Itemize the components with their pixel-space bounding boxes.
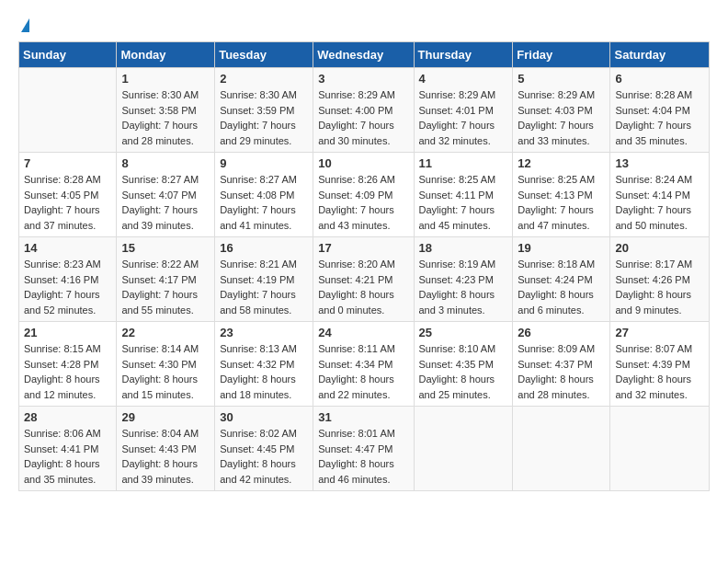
cell-content: Sunrise: 8:23 AMSunset: 4:16 PMDaylight:… bbox=[24, 257, 111, 317]
calendar-cell: 23Sunrise: 8:13 AMSunset: 4:32 PMDayligh… bbox=[215, 322, 313, 407]
calendar-cell: 10Sunrise: 8:26 AMSunset: 4:09 PMDayligh… bbox=[313, 153, 414, 237]
header-row: Sunday Monday Tuesday Wednesday Thursday… bbox=[19, 42, 710, 68]
day-number: 10 bbox=[318, 156, 408, 170]
calendar-cell: 30Sunrise: 8:02 AMSunset: 4:45 PMDayligh… bbox=[215, 407, 313, 491]
day-number: 22 bbox=[121, 326, 210, 339]
calendar-cell: 4Sunrise: 8:29 AMSunset: 4:01 PMDaylight… bbox=[414, 68, 513, 153]
day-number: 3 bbox=[318, 72, 408, 86]
calendar-cell: 19Sunrise: 8:18 AMSunset: 4:24 PMDayligh… bbox=[513, 237, 610, 322]
cell-content: Sunrise: 8:04 AMSunset: 4:43 PMDaylight:… bbox=[121, 426, 210, 487]
header-thursday: Thursday bbox=[414, 42, 513, 68]
calendar-cell: 14Sunrise: 8:23 AMSunset: 4:16 PMDayligh… bbox=[19, 237, 117, 322]
calendar-cell bbox=[19, 68, 117, 153]
cell-content: Sunrise: 8:25 AMSunset: 4:11 PMDaylight:… bbox=[419, 172, 508, 233]
calendar-cell: 28Sunrise: 8:06 AMSunset: 4:41 PMDayligh… bbox=[19, 407, 117, 491]
cell-content: Sunrise: 8:09 AMSunset: 4:37 PMDaylight:… bbox=[518, 341, 605, 402]
calendar-cell: 5Sunrise: 8:29 AMSunset: 4:03 PMDaylight… bbox=[513, 68, 610, 153]
day-number: 16 bbox=[220, 241, 308, 255]
calendar-cell: 15Sunrise: 8:22 AMSunset: 4:17 PMDayligh… bbox=[117, 237, 215, 322]
day-number: 4 bbox=[419, 72, 508, 86]
day-number: 25 bbox=[419, 326, 508, 339]
calendar-cell: 25Sunrise: 8:10 AMSunset: 4:35 PMDayligh… bbox=[414, 322, 513, 407]
cell-content: Sunrise: 8:22 AMSunset: 4:17 PMDaylight:… bbox=[121, 257, 210, 317]
header-friday: Friday bbox=[513, 42, 610, 68]
cell-content: Sunrise: 8:27 AMSunset: 4:08 PMDaylight:… bbox=[220, 172, 308, 233]
calendar-cell: 9Sunrise: 8:27 AMSunset: 4:08 PMDaylight… bbox=[215, 153, 313, 237]
calendar-cell: 20Sunrise: 8:17 AMSunset: 4:26 PMDayligh… bbox=[610, 237, 710, 322]
calendar-cell: 13Sunrise: 8:24 AMSunset: 4:14 PMDayligh… bbox=[610, 153, 710, 237]
calendar-cell: 22Sunrise: 8:14 AMSunset: 4:30 PMDayligh… bbox=[117, 322, 215, 407]
day-number: 6 bbox=[615, 72, 704, 86]
calendar-cell: 8Sunrise: 8:27 AMSunset: 4:07 PMDaylight… bbox=[117, 153, 215, 237]
day-number: 13 bbox=[615, 156, 704, 170]
day-number: 30 bbox=[220, 410, 308, 424]
header-sunday: Sunday bbox=[19, 42, 117, 68]
cell-content: Sunrise: 8:10 AMSunset: 4:35 PMDaylight:… bbox=[419, 341, 508, 402]
day-number: 5 bbox=[518, 72, 605, 86]
cell-content: Sunrise: 8:14 AMSunset: 4:30 PMDaylight:… bbox=[121, 341, 210, 402]
day-number: 28 bbox=[24, 410, 111, 424]
calendar-cell: 18Sunrise: 8:19 AMSunset: 4:23 PMDayligh… bbox=[414, 237, 513, 322]
day-number: 27 bbox=[615, 326, 704, 339]
calendar-cell: 16Sunrise: 8:21 AMSunset: 4:19 PMDayligh… bbox=[215, 237, 313, 322]
cell-content: Sunrise: 8:28 AMSunset: 4:04 PMDaylight:… bbox=[615, 87, 704, 148]
day-number: 15 bbox=[121, 241, 210, 255]
calendar-cell: 1Sunrise: 8:30 AMSunset: 3:58 PMDaylight… bbox=[117, 68, 215, 153]
cell-content: Sunrise: 8:13 AMSunset: 4:32 PMDaylight:… bbox=[220, 341, 308, 402]
cell-content: Sunrise: 8:29 AMSunset: 4:03 PMDaylight:… bbox=[518, 87, 605, 148]
calendar-cell bbox=[610, 407, 710, 491]
header-wednesday: Wednesday bbox=[313, 42, 414, 68]
calendar-cell: 31Sunrise: 8:01 AMSunset: 4:47 PMDayligh… bbox=[313, 407, 414, 491]
logo bbox=[18, 18, 29, 32]
cell-content: Sunrise: 8:06 AMSunset: 4:41 PMDaylight:… bbox=[24, 426, 111, 487]
calendar-table: Sunday Monday Tuesday Wednesday Thursday… bbox=[18, 41, 710, 491]
day-number: 14 bbox=[24, 241, 111, 255]
day-number: 18 bbox=[419, 241, 508, 255]
header bbox=[18, 18, 710, 32]
day-number: 31 bbox=[318, 410, 408, 424]
calendar-cell: 12Sunrise: 8:25 AMSunset: 4:13 PMDayligh… bbox=[513, 153, 610, 237]
calendar-week-0: 1Sunrise: 8:30 AMSunset: 3:58 PMDaylight… bbox=[19, 68, 710, 153]
cell-content: Sunrise: 8:29 AMSunset: 4:01 PMDaylight:… bbox=[419, 87, 508, 148]
cell-content: Sunrise: 8:17 AMSunset: 4:26 PMDaylight:… bbox=[615, 257, 704, 317]
calendar-cell: 26Sunrise: 8:09 AMSunset: 4:37 PMDayligh… bbox=[513, 322, 610, 407]
calendar-cell bbox=[414, 407, 513, 491]
cell-content: Sunrise: 8:19 AMSunset: 4:23 PMDaylight:… bbox=[419, 257, 508, 317]
day-number: 9 bbox=[220, 156, 308, 170]
day-number: 2 bbox=[220, 72, 308, 86]
calendar-cell: 11Sunrise: 8:25 AMSunset: 4:11 PMDayligh… bbox=[414, 153, 513, 237]
cell-content: Sunrise: 8:11 AMSunset: 4:34 PMDaylight:… bbox=[318, 341, 408, 402]
day-number: 7 bbox=[24, 156, 111, 170]
day-number: 26 bbox=[518, 326, 605, 339]
cell-content: Sunrise: 8:21 AMSunset: 4:19 PMDaylight:… bbox=[220, 257, 308, 317]
cell-content: Sunrise: 8:07 AMSunset: 4:39 PMDaylight:… bbox=[615, 341, 704, 402]
calendar-cell: 3Sunrise: 8:29 AMSunset: 4:00 PMDaylight… bbox=[313, 68, 414, 153]
cell-content: Sunrise: 8:25 AMSunset: 4:13 PMDaylight:… bbox=[518, 172, 605, 233]
cell-content: Sunrise: 8:27 AMSunset: 4:07 PMDaylight:… bbox=[121, 172, 210, 233]
day-number: 8 bbox=[121, 156, 210, 170]
cell-content: Sunrise: 8:29 AMSunset: 4:00 PMDaylight:… bbox=[318, 87, 408, 148]
day-number: 12 bbox=[518, 156, 605, 170]
header-tuesday: Tuesday bbox=[215, 42, 313, 68]
day-number: 1 bbox=[121, 72, 210, 86]
calendar-week-2: 14Sunrise: 8:23 AMSunset: 4:16 PMDayligh… bbox=[19, 237, 710, 322]
calendar-cell: 29Sunrise: 8:04 AMSunset: 4:43 PMDayligh… bbox=[117, 407, 215, 491]
cell-content: Sunrise: 8:02 AMSunset: 4:45 PMDaylight:… bbox=[220, 426, 308, 487]
day-number: 11 bbox=[419, 156, 508, 170]
calendar-cell: 24Sunrise: 8:11 AMSunset: 4:34 PMDayligh… bbox=[313, 322, 414, 407]
calendar-week-4: 28Sunrise: 8:06 AMSunset: 4:41 PMDayligh… bbox=[19, 407, 710, 491]
cell-content: Sunrise: 8:20 AMSunset: 4:21 PMDaylight:… bbox=[318, 257, 408, 317]
calendar-week-1: 7Sunrise: 8:28 AMSunset: 4:05 PMDaylight… bbox=[19, 153, 710, 237]
day-number: 20 bbox=[615, 241, 704, 255]
calendar-cell: 21Sunrise: 8:15 AMSunset: 4:28 PMDayligh… bbox=[19, 322, 117, 407]
calendar-cell: 27Sunrise: 8:07 AMSunset: 4:39 PMDayligh… bbox=[610, 322, 710, 407]
cell-content: Sunrise: 8:26 AMSunset: 4:09 PMDaylight:… bbox=[318, 172, 408, 233]
calendar-cell: 17Sunrise: 8:20 AMSunset: 4:21 PMDayligh… bbox=[313, 237, 414, 322]
day-number: 29 bbox=[121, 410, 210, 424]
header-monday: Monday bbox=[117, 42, 215, 68]
cell-content: Sunrise: 8:01 AMSunset: 4:47 PMDaylight:… bbox=[318, 426, 408, 487]
cell-content: Sunrise: 8:30 AMSunset: 3:58 PMDaylight:… bbox=[121, 87, 210, 148]
calendar-cell bbox=[513, 407, 610, 491]
calendar-week-3: 21Sunrise: 8:15 AMSunset: 4:28 PMDayligh… bbox=[19, 322, 710, 407]
day-number: 19 bbox=[518, 241, 605, 255]
